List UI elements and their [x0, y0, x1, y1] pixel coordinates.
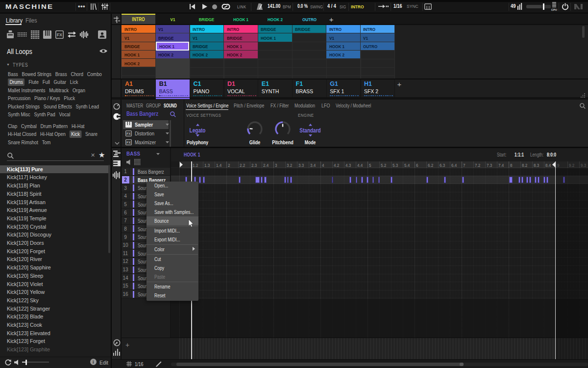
- svg-text:FX: FX: [126, 132, 131, 135]
- svg-text:FX: FX: [126, 141, 131, 144]
- svg-text:FX: FX: [57, 32, 62, 37]
